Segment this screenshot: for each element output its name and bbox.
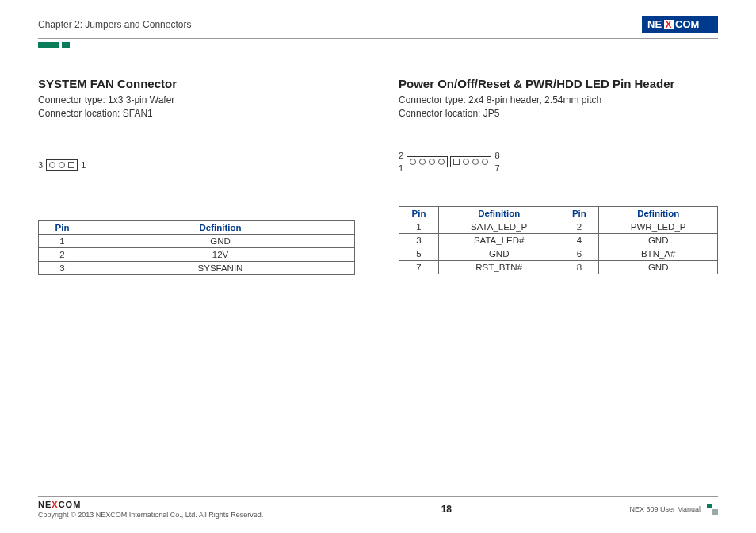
left-pin-table: Pin Definition 1 GND 2 12V 3 SYSFANIN [38, 220, 355, 275]
chapter-title: Chapter 2: Jumpers and Connectors [38, 19, 191, 30]
pin1-icon [453, 159, 460, 165]
content-columns: SYSTEM FAN Connector Connector type: 1x3… [38, 77, 718, 275]
right-pin-table: Pin Definition Pin Definition 1 SATA_LED… [399, 206, 718, 274]
pin-icon [438, 159, 445, 165]
left-connector-location: Connector location: SFAN1 [38, 107, 357, 121]
col-header-definition: Definition [439, 206, 559, 220]
table-row: 3 SYSFANIN [39, 261, 355, 274]
diagram-label-top-left: 2 [399, 151, 403, 160]
right-connector-type: Connector type: 2x4 8-pin header, 2.54mm… [399, 94, 718, 107]
svg-text:NE: NE [647, 18, 662, 30]
col-header-pin: Pin [399, 206, 439, 220]
brand-logo: NE X COM [642, 16, 718, 33]
table-header-row: Pin Definition [39, 220, 355, 234]
table-row: 3 SATA_LED# 4 GND [399, 233, 718, 247]
page-footer: NEXCOM Copyright © 2013 NEXCOM Internati… [38, 496, 718, 519]
table-row: 5 GND 6 BTN_A# [399, 247, 718, 260]
table-row: 2 12V [39, 247, 355, 261]
diagram-label-bot-right: 7 [494, 163, 499, 173]
connector-box [46, 159, 78, 171]
left-connector-diagram: 3 1 [38, 154, 357, 176]
table-header-row: Pin Definition Pin Definition [399, 206, 718, 220]
diagram-label-right: 1 [81, 160, 86, 170]
page-header: Chapter 2: Jumpers and Connectors NE X C… [38, 16, 718, 39]
connector-stack [407, 156, 491, 167]
accent-bar [38, 42, 718, 48]
pin-icon [410, 159, 416, 165]
corner-mark-icon [707, 504, 718, 515]
right-connector-diagram: 2 1 8 7 [399, 151, 718, 173]
right-connector-location: Connector location: JP5 [399, 107, 718, 121]
connector-row-top [407, 156, 448, 167]
pin1-icon [68, 162, 74, 168]
left-column: SYSTEM FAN Connector Connector type: 1x3… [38, 77, 357, 275]
footer-logo: NEXCOM [38, 500, 263, 509]
diagram-label-left: 3 [38, 160, 43, 170]
pin-icon [429, 159, 435, 165]
svg-text:COM: COM [675, 18, 699, 30]
diagram-label-bot-left: 1 [399, 163, 403, 173]
diagram-label-top-right: 8 [494, 151, 499, 160]
svg-text:X: X [666, 19, 672, 30]
table-row: 1 SATA_LED_P 2 PWR_LED_P [399, 220, 718, 233]
col-header-definition: Definition [599, 206, 718, 220]
pin-icon [463, 159, 469, 165]
right-section-title: Power On/Off/Reset & PWR/HDD LED Pin Hea… [399, 77, 718, 90]
pin-icon [59, 162, 65, 168]
connector-row-bottom [450, 156, 491, 167]
table-row: 1 GND [39, 234, 355, 247]
col-header-definition: Definition [86, 220, 355, 234]
pin-icon [482, 159, 488, 165]
doc-title: NEX 609 User Manual [629, 505, 701, 513]
copyright-text: Copyright © 2013 NEXCOM International Co… [38, 511, 263, 519]
table-row: 7 RST_BTN# 8 GND [399, 260, 718, 274]
col-header-pin: Pin [39, 220, 86, 234]
pin-icon [472, 159, 479, 165]
left-connector-type: Connector type: 1x3 3-pin Wafer [38, 94, 357, 107]
right-column: Power On/Off/Reset & PWR/HDD LED Pin Hea… [399, 77, 718, 275]
page-number: 18 [441, 504, 452, 515]
pin-icon [419, 159, 426, 165]
left-section-title: SYSTEM FAN Connector [38, 77, 357, 90]
col-header-pin: Pin [559, 206, 599, 220]
pin-icon [49, 162, 55, 168]
